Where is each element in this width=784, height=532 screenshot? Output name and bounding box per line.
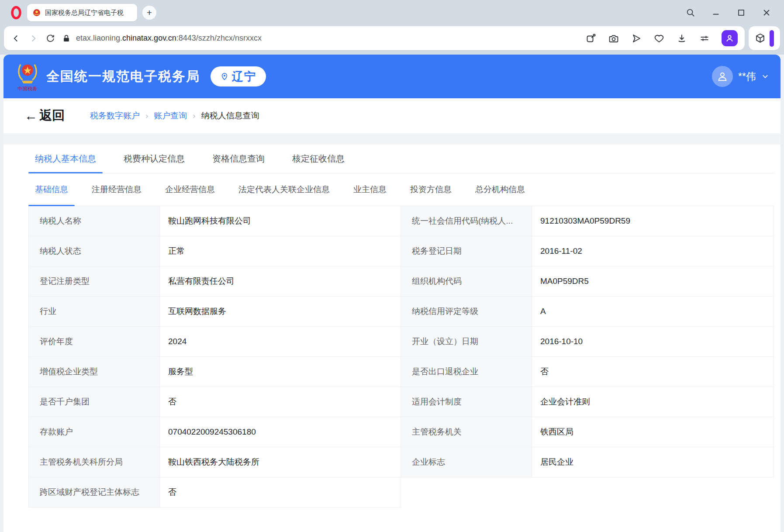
field-label: 税务登记日期: [401, 236, 532, 266]
field-value: MA0P59DR5: [532, 266, 774, 297]
table-row: 主管税务机关科所分局 鞍山铁西税务大陆税务所 企业标志 居民企业: [29, 447, 774, 477]
back-button[interactable]: ← 返回: [24, 107, 65, 124]
url-field[interactable]: etax.liaoning.chinatax.gov.cn:8443/szzh/…: [62, 34, 579, 43]
user-name: **伟: [738, 70, 756, 83]
easy-setup-sliders-icon[interactable]: [699, 33, 710, 44]
field-value: 服务型: [160, 357, 401, 387]
field-value: A: [532, 297, 774, 327]
field-value: 居民企业: [532, 447, 774, 477]
sidebar-panel: [749, 26, 780, 50]
downloads-icon[interactable]: [676, 33, 687, 44]
field-value: 鞍山跑网科技有限公司: [160, 206, 401, 236]
subtab-investor-info[interactable]: 投资方信息: [404, 173, 458, 206]
profile-button[interactable]: [722, 30, 738, 46]
lock-icon: [62, 34, 71, 43]
field-label: 主管税务机关科所分局: [29, 447, 160, 477]
field-label: 登记注册类型: [29, 266, 160, 297]
breadcrumb: 税务数字账户 › 账户查询 › 纳税人信息查询: [90, 110, 259, 121]
browser-chrome: 国家税务总局辽宁省电子税 +: [0, 0, 784, 55]
back-arrow-icon: ←: [24, 109, 38, 122]
extensions-cube-icon[interactable]: [755, 33, 766, 44]
breadcrumb-link-account-query[interactable]: 账户查询: [154, 110, 187, 121]
tax-emblem-logo: 中国税务: [15, 60, 40, 93]
browser-tab[interactable]: 国家税务总局辽宁省电子税: [27, 4, 137, 21]
table-row: 登记注册类型 私营有限责任公司 组织机构代码 MA0P59DR5: [29, 266, 774, 297]
breadcrumb-separator: ›: [193, 111, 195, 121]
field-label: 纳税信用评定等级: [401, 297, 532, 327]
field-value: 2016-10-10: [532, 327, 774, 357]
flow-send-icon[interactable]: [631, 33, 642, 44]
site-brand: 中国税务 全国统一规范电子税务局: [15, 60, 200, 93]
opera-logo-icon[interactable]: [10, 5, 23, 21]
svg-text:中国税务: 中国税务: [18, 86, 38, 91]
breadcrumb-row: ← 返回 税务数字账户 › 账户查询 › 纳税人信息查询: [3, 98, 781, 133]
region-selector[interactable]: 辽宁: [211, 66, 266, 86]
table-row: 行业 互联网数据服务 纳税信用评定等级 A: [29, 297, 774, 327]
table-row: 跨区域财产税登记主体标志 否: [29, 477, 774, 508]
tab-taxpayer-basic-info[interactable]: 纳税人基本信息: [28, 145, 103, 173]
reload-icon[interactable]: [45, 33, 55, 44]
field-value: 鞍山铁西税务大陆税务所: [160, 447, 401, 477]
field-label: 评价年度: [29, 327, 160, 357]
field-label: 企业标志: [401, 447, 532, 477]
subtab-owner-info[interactable]: 业主信息: [347, 173, 393, 206]
page-content: 中国税务 全国统一规范电子税务局 辽宁 **伟: [3, 55, 781, 532]
breadcrumb-link-digital-account[interactable]: 税务数字账户: [90, 110, 140, 121]
subtab-basic-info[interactable]: 基础信息: [28, 173, 75, 206]
taxpayer-info-table: 纳税人名称 鞍山跑网科技有限公司 统一社会信用代码(纳税人... 9121030…: [28, 206, 774, 508]
pinboard-icon[interactable]: [585, 33, 596, 44]
table-row: 存款账户 0704022009245306180 主管税务机关 铁西区局: [29, 417, 774, 447]
table-row: 纳税人名称 鞍山跑网科技有限公司 统一社会信用代码(纳税人... 9121030…: [29, 206, 774, 236]
field-label: 主管税务机关: [401, 417, 532, 447]
sidebar-toggle[interactable]: [770, 30, 774, 47]
chevron-down-icon: [761, 73, 769, 80]
url-text: etax.liaoning.chinatax.gov.cn:8443/szzh/…: [76, 34, 262, 43]
bookmark-heart-icon[interactable]: [653, 33, 664, 44]
field-value: 0704022009245306180: [160, 417, 401, 447]
forward-nav-icon[interactable]: [28, 33, 38, 44]
tab-qualification-info-query[interactable]: 资格信息查询: [206, 145, 271, 173]
minimize-button[interactable]: [711, 7, 721, 18]
table-row: 是否千户集团 否 适用会计制度 企业会计准则: [29, 387, 774, 417]
user-menu[interactable]: **伟: [712, 66, 769, 87]
field-value: 互联网数据服务: [160, 297, 401, 327]
breadcrumb-separator: ›: [145, 111, 148, 121]
subtab-registration-business-info[interactable]: 注册经营信息: [85, 173, 148, 206]
secondary-tabs: 基础信息 注册经营信息 企业经营信息 法定代表人关联企业信息 业主信息 投资方信…: [28, 173, 774, 206]
field-label: 适用会计制度: [401, 387, 532, 417]
field-label: 开业（设立）日期: [401, 327, 532, 357]
tab-strip: 国家税务总局辽宁省电子税 +: [0, 0, 784, 25]
field-label: 是否千户集团: [29, 387, 160, 417]
field-label: 组织机构代码: [401, 266, 532, 297]
subtab-head-branch-info[interactable]: 总分机构信息: [469, 173, 532, 206]
field-label: 纳税人名称: [29, 206, 160, 236]
tab-tax-fee-type-info[interactable]: 税费种认定信息: [117, 145, 191, 173]
field-value: 否: [532, 357, 774, 387]
field-value: 铁西区局: [532, 417, 774, 447]
table-row: 纳税人状态 正常 税务登记日期 2016-11-02: [29, 236, 774, 266]
section-divider: [3, 133, 781, 145]
field-value: 2016-11-02: [532, 236, 774, 266]
field-label: 纳税人状态: [29, 236, 160, 266]
empty-cell: [401, 477, 532, 508]
breadcrumb-current: 纳税人信息查询: [201, 110, 259, 121]
avatar: [712, 66, 733, 87]
maximize-button[interactable]: [736, 7, 746, 18]
back-nav-icon[interactable]: [11, 33, 21, 44]
site-header: 中国税务 全国统一规范电子税务局 辽宁 **伟: [3, 55, 781, 98]
field-label: 是否出口退税企业: [401, 357, 532, 387]
primary-tabs: 纳税人基本信息 税费种认定信息 资格信息查询 核定征收信息: [28, 145, 774, 173]
tab-assessed-collection-info[interactable]: 核定征收信息: [286, 145, 351, 173]
table-row: 评价年度 2024 开业（设立）日期 2016-10-10: [29, 327, 774, 357]
new-tab-button[interactable]: +: [142, 6, 156, 20]
field-label: 行业: [29, 297, 160, 327]
field-label: 存款账户: [29, 417, 160, 447]
close-button[interactable]: [761, 7, 772, 18]
browser-tab-title: 国家税务总局辽宁省电子税: [45, 9, 124, 17]
subtab-enterprise-business-info[interactable]: 企业经营信息: [159, 173, 221, 206]
browser-toolbar: etax.liaoning.chinatax.gov.cn:8443/szzh/…: [0, 25, 784, 55]
snapshot-camera-icon[interactable]: [608, 33, 619, 44]
search-icon[interactable]: [685, 7, 696, 18]
subtab-legal-rep-related-enterprise-info[interactable]: 法定代表人关联企业信息: [232, 173, 336, 206]
field-value: 否: [160, 477, 401, 508]
